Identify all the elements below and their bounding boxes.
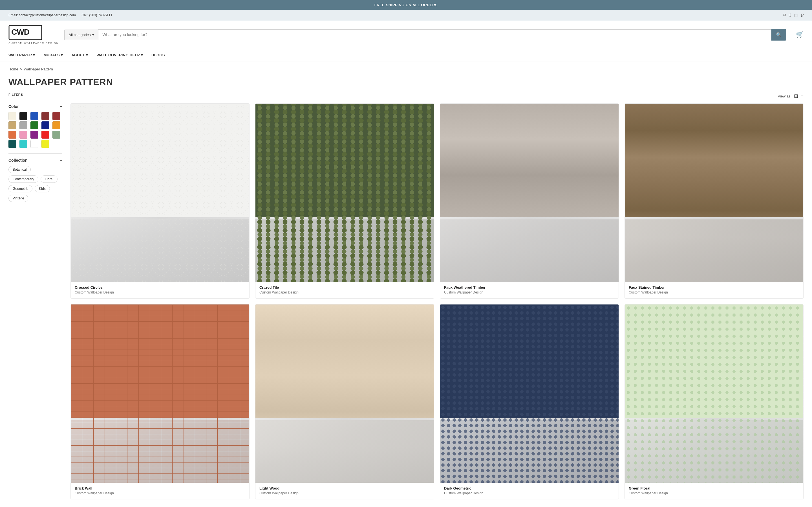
color-swatch-navy[interactable]: [42, 121, 49, 129]
collection-tag-vintage[interactable]: Vintage: [8, 194, 28, 202]
color-filter-header[interactable]: Color −: [8, 104, 62, 109]
color-swatch-red[interactable]: [42, 131, 49, 138]
nav-murals[interactable]: MURALS ▾: [44, 49, 63, 61]
color-swatch-cream[interactable]: [8, 112, 16, 120]
svg-text:CWD: CWD: [11, 27, 30, 36]
product-image-light-wood: [255, 304, 434, 483]
product-name: Light Wood: [259, 486, 430, 490]
social-links: ✉ 𝐟 ◻ 𝐏: [782, 13, 804, 18]
logo[interactable]: CWD CUSTOM WALLPAPER DESIGN: [8, 25, 59, 45]
product-card-crazed-tile[interactable]: Crazed TileCustom Wallpaper Design: [255, 103, 434, 298]
category-dropdown[interactable]: All categories ▾: [64, 30, 98, 40]
header: CWD CUSTOM WALLPAPER DESIGN All categori…: [0, 20, 812, 49]
color-swatch-white[interactable]: [31, 140, 38, 148]
color-swatch-orange[interactable]: [52, 121, 60, 129]
shelf-overlay: [255, 219, 434, 282]
color-swatch-tan[interactable]: [8, 121, 16, 129]
pinterest-icon[interactable]: 𝐏: [801, 13, 804, 18]
product-image-crazed-tile: [255, 104, 434, 282]
collection-tag-contemporary[interactable]: Contemporary: [8, 175, 38, 183]
collection-filter-header[interactable]: Collection −: [8, 158, 62, 163]
collection-tag-botanical[interactable]: Botanical: [8, 166, 31, 173]
product-info-crossed-circles: Crossed CirclesCustom Wallpaper Design: [71, 282, 249, 298]
filters-header: FILTERS: [8, 93, 62, 100]
product-brand: Custom Wallpaper Design: [444, 491, 615, 495]
collection-tag-geometric[interactable]: Geometric: [8, 185, 33, 192]
grid-view-button[interactable]: ⊞: [794, 93, 798, 99]
product-name: Crazed Tile: [259, 285, 430, 290]
breadcrumb-separator: >: [20, 67, 22, 71]
phone-label: Call: (203) 748-5111: [82, 13, 112, 17]
color-swatch-blue[interactable]: [31, 112, 38, 120]
nav-wallpaper[interactable]: WALLPAPER ▾: [8, 49, 35, 61]
cart-button[interactable]: 🛒: [796, 31, 804, 38]
color-swatch-burgundy[interactable]: [52, 112, 60, 120]
product-info-faux-stained-timber: Faux Stained TimberCustom Wallpaper Desi…: [625, 282, 803, 298]
collection-tag-floral[interactable]: Floral: [41, 175, 57, 183]
product-brand: Custom Wallpaper Design: [629, 290, 799, 294]
product-name: Faux Stained Timber: [629, 285, 799, 290]
facebook-icon[interactable]: 𝐟: [790, 13, 791, 18]
color-swatch-yellow[interactable]: [42, 140, 49, 148]
instagram-icon[interactable]: ◻: [794, 13, 798, 18]
product-grid: Crossed CirclesCustom Wallpaper DesignCr…: [70, 103, 804, 499]
email-label: Email: contact@customwallpaperdesign.com: [8, 13, 76, 17]
shelf-overlay: [625, 420, 803, 483]
shelf-overlay: [440, 219, 619, 282]
color-swatch-black[interactable]: [19, 112, 28, 120]
shelf-overlay: [255, 420, 434, 483]
product-image-green-floral: [625, 304, 803, 483]
shelf-overlay: [625, 219, 803, 282]
color-swatch-pink[interactable]: [19, 131, 28, 138]
product-card-green-floral[interactable]: Green FloralCustom Wallpaper Design: [624, 304, 804, 499]
product-name: Crossed Circles: [75, 285, 245, 290]
nav-about[interactable]: ABOUT ▾: [71, 49, 88, 61]
product-info-faux-weathered-timber: Faux Weathered TimberCustom Wallpaper De…: [440, 282, 619, 298]
product-brand: Custom Wallpaper Design: [75, 290, 245, 294]
color-swatches: [8, 112, 62, 148]
product-card-crossed-circles[interactable]: Crossed CirclesCustom Wallpaper Design: [70, 103, 250, 298]
color-swatch-peach[interactable]: [8, 131, 16, 138]
list-view-button[interactable]: ≡: [801, 93, 804, 99]
color-swatch-teal[interactable]: [8, 140, 16, 148]
main-content: FILTERS Color − Collection − BotanicalCo…: [0, 93, 812, 507]
product-image-dark-geo: [440, 304, 619, 483]
color-swatch-purple[interactable]: [31, 131, 38, 138]
breadcrumb-home[interactable]: Home: [8, 67, 18, 71]
search-icon: 🔍: [776, 33, 781, 37]
search-input[interactable]: [98, 29, 771, 40]
shelf-surface: [440, 418, 619, 420]
color-swatch-gray[interactable]: [19, 121, 28, 129]
nav-wall-covering-help[interactable]: WALL COVERING HELP ▾: [96, 49, 143, 61]
page-title: WALLPAPER PATTERN: [0, 74, 812, 93]
shelf-surface: [71, 217, 249, 219]
search-button[interactable]: 🔍: [771, 29, 786, 41]
product-name: Green Floral: [629, 486, 799, 490]
contact-bar: Email: contact@customwallpaperdesign.com…: [0, 10, 812, 20]
color-swatch-dark-red[interactable]: [42, 112, 49, 120]
product-card-light-wood[interactable]: Light WoodCustom Wallpaper Design: [255, 304, 434, 499]
product-card-brick[interactable]: Brick WallCustom Wallpaper Design: [70, 304, 250, 499]
product-card-dark-geo[interactable]: Dark GeometricCustom Wallpaper Design: [440, 304, 619, 499]
nav-blogs[interactable]: BLOGS: [151, 49, 165, 61]
product-name: Dark Geometric: [444, 486, 615, 490]
product-brand: Custom Wallpaper Design: [444, 290, 615, 294]
product-name: Brick Wall: [75, 486, 245, 490]
color-swatch-green[interactable]: [31, 121, 38, 129]
shelf-surface: [255, 217, 434, 219]
product-info-brick: Brick WallCustom Wallpaper Design: [71, 483, 249, 499]
minus-icon: −: [60, 104, 62, 109]
product-card-faux-stained-timber[interactable]: Faux Stained TimberCustom Wallpaper Desi…: [624, 103, 804, 298]
email-icon[interactable]: ✉: [782, 13, 786, 18]
breadcrumb: Home > Wallpaper Pattern: [0, 61, 812, 74]
collection-tag-kids[interactable]: Kids: [35, 185, 50, 192]
shelf-surface: [625, 418, 803, 420]
color-swatch-turquoise[interactable]: [19, 140, 28, 148]
main-nav: WALLPAPER ▾ MURALS ▾ ABOUT ▾ WALL COVERI…: [0, 49, 812, 61]
color-swatch-sage[interactable]: [52, 131, 60, 138]
shelf-surface: [71, 418, 249, 420]
collection-section: Collection − BotanicalContemporaryFloral…: [8, 154, 62, 202]
shelf-overlay: [71, 219, 249, 282]
product-card-faux-weathered-timber[interactable]: Faux Weathered TimberCustom Wallpaper De…: [440, 103, 619, 298]
shelf-surface: [625, 217, 803, 219]
